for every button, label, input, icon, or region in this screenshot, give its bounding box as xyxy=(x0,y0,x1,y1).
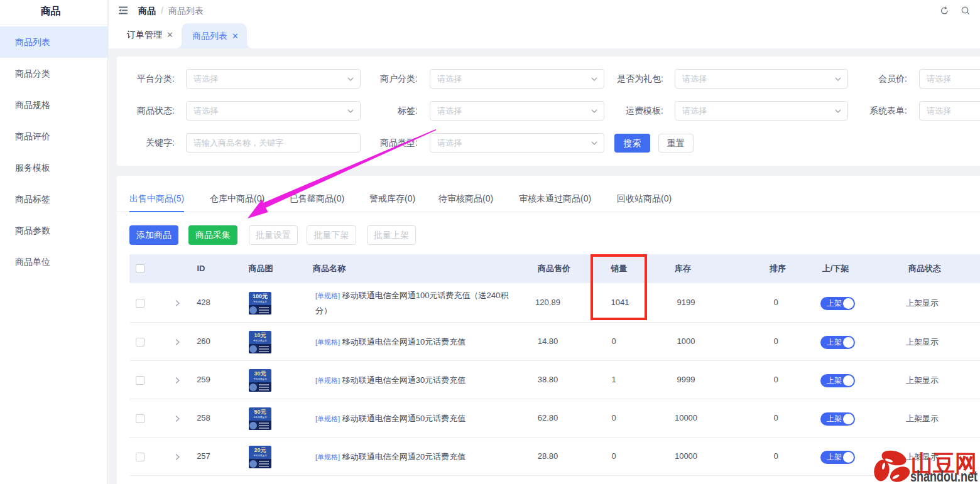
svg-text:shandou.net: shandou.net xyxy=(910,468,977,484)
